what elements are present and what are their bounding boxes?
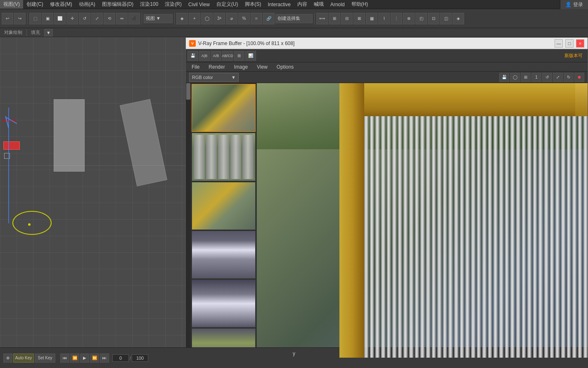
tb-layer[interactable]: ▦ [366,13,377,24]
selection-dropdown[interactable]: 创建选择集 [275,14,313,23]
new-version-label[interactable]: 新版本可 [561,52,586,59]
vray-menu-view[interactable]: View [253,63,272,71]
thumbnail-5[interactable] [192,280,256,327]
axis-x [2,120,17,121]
tb-rotate[interactable]: ↺ [79,13,90,24]
thumbnail-2[interactable] [192,133,256,181]
tb-align[interactable]: ⬛ [128,13,140,24]
tb-link[interactable]: 🔗 [263,13,275,24]
menu-script[interactable]: 脚本(S) [242,0,265,9]
tb-layout[interactable]: ⊠ [353,13,365,24]
fence-rod [550,116,554,358]
vray-crosshair-btn[interactable]: ⊞ [521,73,531,82]
vray-fit-btn[interactable]: ⤢ [553,73,563,82]
vray-menu-render[interactable]: Render [204,63,229,71]
menu-modifier[interactable]: 修改器(M) [47,0,76,9]
scroll-handle[interactable] [186,83,190,100]
menu-content[interactable]: 内容 [294,0,311,9]
tb-rect-select[interactable]: ⬜ [54,13,66,24]
tb-curves[interactable]: ⌇ [378,13,390,24]
vray-minimize-btn[interactable]: — [555,39,563,48]
frame-corner [575,83,588,116]
vray-menu-options[interactable]: Options [273,63,298,71]
tb-bone[interactable]: ⋮ [391,13,402,24]
tb-scale[interactable]: ⤢ [91,13,103,24]
view-dropdown[interactable]: 视图 ▼ [144,14,173,23]
fence-rod [538,116,543,358]
menu-civil-view[interactable]: Civil View [185,1,213,8]
tb-3d[interactable]: 3⁴ [213,13,225,24]
render-view[interactable] [257,83,588,358]
secondary-toolbar: 对象绘制 填充 ▼ [0,28,588,37]
menu-animation[interactable]: 动画(A) [76,0,99,9]
vray-abcd-btn[interactable]: AB/CD [222,51,233,61]
tb-select-filter[interactable]: ⬚ [29,13,41,24]
fence-rod [387,116,391,358]
tb-sel-circle[interactable]: ◯ [201,13,213,24]
vray-rot-btn[interactable]: ↺ [542,73,552,82]
fence-rod [477,116,481,358]
tb-render-frame[interactable]: ◫ [440,13,452,24]
menu-view[interactable]: 视图(V) [0,0,23,9]
tb-material[interactable]: ◰ [415,13,427,24]
vray-icon: V [189,40,196,47]
menu-custom[interactable]: 自定义(U) [213,0,242,9]
color-channel-dropdown[interactable]: RGB color ▼ [189,73,239,82]
vray-menu-image[interactable]: Image [230,63,252,71]
vray-scroll-indicator[interactable] [186,83,191,358]
tb-render-setup[interactable]: ⊡ [428,13,439,24]
thumbnail-4[interactable] [192,231,256,279]
tb-grid[interactable]: ⊟ [341,13,353,24]
menu-render[interactable]: 渲染(R) [161,0,185,9]
menu-graph-editor[interactable]: 图形编辑器(D) [99,0,137,9]
tb-mirror2[interactable]: ⟺ [316,13,328,24]
vray-menu-file[interactable]: File [187,63,204,71]
menu-arnold[interactable]: Arnold [327,1,348,8]
tb-percent[interactable]: % [238,13,250,24]
colorbar-buttons: 💾 ◯ ⊞ 1 ↺ ⤢ ↻ ⏺ [499,73,584,82]
vray-refresh-btn[interactable]: ↻ [564,73,574,82]
vray-circle-btn[interactable]: ◯ [510,73,520,82]
vray-close-btn[interactable]: × [576,39,584,48]
vray-hist-btn[interactable]: ⊞ [234,51,244,61]
tb-scale2[interactable]: ⟲ [104,13,115,24]
tb-schematic[interactable]: ⊕ [403,13,415,24]
vray-save-img-btn[interactable]: 💾 [499,73,509,82]
menu-render100[interactable]: 渲染100 [137,0,161,9]
fill-dropdown[interactable]: ▼ [44,29,53,36]
tb-move[interactable]: ✛ [66,13,78,24]
box-object-1 [54,99,85,172]
thumbnail-3[interactable] [192,182,256,230]
thumbnail-strip[interactable] [191,83,257,358]
fence-rod [493,116,498,358]
vray-ab-btn[interactable]: A|B [199,51,210,61]
login-button[interactable]: 👤 登录 [560,0,588,9]
tb-mirror[interactable]: ⇔ [116,13,128,24]
vray-save-btn[interactable]: 💾 [187,51,198,61]
tb-array[interactable]: ⊞ [329,13,340,24]
thumbnail-1[interactable] [192,84,256,132]
viewport[interactable] [0,37,185,368]
vray-record-btn[interactable]: ⏺ [574,73,584,82]
fence-rod [583,116,588,358]
menu-create[interactable]: 创建(C) [23,0,47,9]
tb-active-shade[interactable]: ◈ [453,13,464,24]
tb-sel-plus[interactable]: + [189,13,200,24]
menu-shout[interactable]: 喊哦 [311,0,327,9]
vray-num-btn[interactable]: 1 [531,73,541,82]
tb-named-sel[interactable]: ◈ [176,13,188,24]
tb-sep-2 [142,13,142,24]
fence-rod [510,116,514,358]
tb-angle[interactable]: ⌀ [226,13,237,24]
fence-rod [533,116,537,358]
tb-snap[interactable]: ⌗ [251,13,262,24]
tb-select[interactable]: ▣ [42,13,53,24]
tb-redo[interactable]: ↪ [14,13,26,24]
vray-chart-btn[interactable]: 📊 [245,51,256,61]
vray-maximize-btn[interactable]: □ [565,39,574,48]
tb-undo[interactable]: ↩ [2,13,13,24]
fence-rod [375,116,379,358]
menu-interactive[interactable]: Interactive [265,1,294,8]
menu-help[interactable]: 帮助(H) [348,0,372,9]
vray-ab2-btn[interactable]: A/B [211,51,221,61]
